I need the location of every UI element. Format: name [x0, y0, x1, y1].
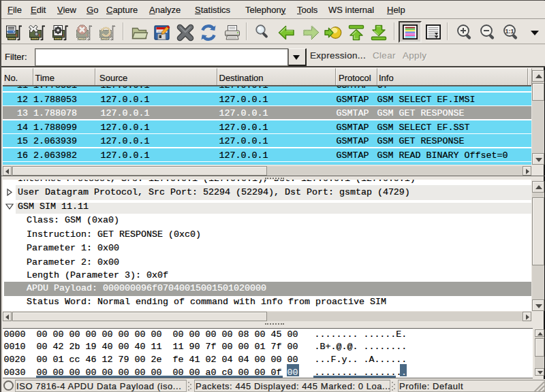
svg-text:1:1: 1:1: [505, 28, 514, 35]
